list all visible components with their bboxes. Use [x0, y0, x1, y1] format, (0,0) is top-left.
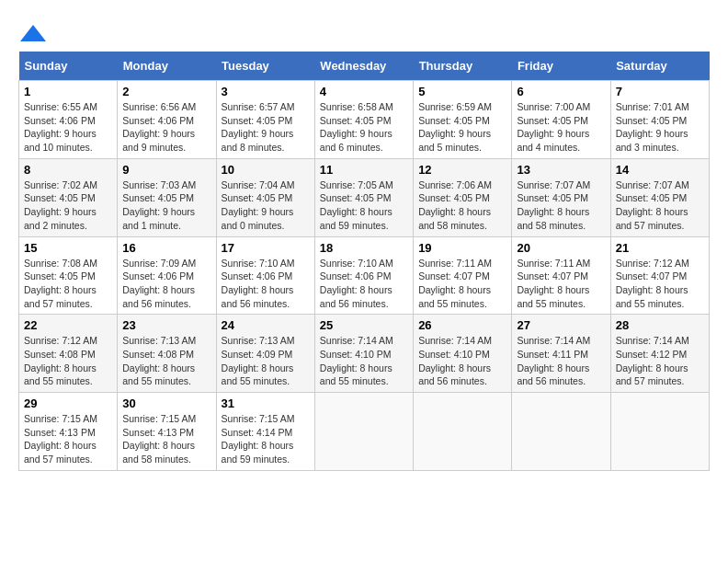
day-info: Sunrise: 6:57 AMSunset: 4:05 PMDaylight:… — [222, 101, 295, 153]
day-info: Sunrise: 7:13 AMSunset: 4:09 PMDaylight:… — [222, 335, 295, 386]
day-info: Sunrise: 7:11 AMSunset: 4:07 PMDaylight:… — [418, 258, 492, 309]
day-cell: 8Sunrise: 7:02 AMSunset: 4:05 PMDaylight… — [19, 158, 118, 236]
day-cell: 24Sunrise: 7:13 AMSunset: 4:09 PMDayligh… — [216, 315, 314, 393]
day-cell: 10Sunrise: 7:04 AMSunset: 4:05 PMDayligh… — [216, 158, 314, 236]
day-info: Sunrise: 7:15 AMSunset: 4:13 PMDaylight:… — [24, 413, 97, 465]
day-info: Sunrise: 7:15 AMSunset: 4:14 PMDaylight:… — [222, 413, 295, 465]
day-number: 1 — [24, 85, 112, 98]
day-info: Sunrise: 7:07 AMSunset: 4:05 PMDaylight:… — [616, 179, 689, 231]
day-info: Sunrise: 7:13 AMSunset: 4:08 PMDaylight:… — [122, 335, 196, 386]
day-info: Sunrise: 7:00 AMSunset: 4:05 PMDaylight:… — [517, 101, 590, 153]
day-info: Sunrise: 7:14 AMSunset: 4:10 PMDaylight:… — [320, 335, 393, 386]
day-cell: 31Sunrise: 7:15 AMSunset: 4:14 PMDayligh… — [216, 393, 314, 471]
day-cell: 26Sunrise: 7:14 AMSunset: 4:10 PMDayligh… — [414, 315, 512, 393]
day-info: Sunrise: 7:07 AMSunset: 4:05 PMDaylight:… — [517, 179, 590, 231]
day-number: 15 — [24, 241, 112, 255]
day-number: 22 — [24, 318, 112, 332]
day-header-tuesday: Tuesday — [216, 52, 314, 81]
day-cell: 2Sunrise: 6:56 AMSunset: 4:06 PMDaylight… — [118, 81, 216, 159]
day-cell: 29Sunrise: 7:15 AMSunset: 4:13 PMDayligh… — [19, 393, 118, 471]
day-number: 13 — [517, 163, 605, 177]
day-cell: 27Sunrise: 7:14 AMSunset: 4:11 PMDayligh… — [512, 315, 610, 393]
day-info: Sunrise: 7:06 AMSunset: 4:05 PMDaylight:… — [418, 179, 492, 231]
week-row-1: 1Sunrise: 6:55 AMSunset: 4:06 PMDaylight… — [19, 81, 710, 159]
day-number: 9 — [122, 163, 210, 177]
day-info: Sunrise: 7:05 AMSunset: 4:05 PMDaylight:… — [320, 179, 393, 231]
day-header-friday: Friday — [512, 52, 610, 81]
day-number: 16 — [122, 241, 210, 255]
day-number: 2 — [122, 85, 210, 98]
day-info: Sunrise: 6:58 AMSunset: 4:05 PMDaylight:… — [320, 101, 393, 153]
day-info: Sunrise: 7:11 AMSunset: 4:07 PMDaylight:… — [517, 258, 590, 309]
day-cell: 16Sunrise: 7:09 AMSunset: 4:06 PMDayligh… — [118, 236, 216, 315]
header — [18, 18, 710, 42]
day-number: 26 — [418, 318, 506, 332]
day-number: 27 — [517, 318, 605, 332]
day-cell: 22Sunrise: 7:12 AMSunset: 4:08 PMDayligh… — [19, 315, 118, 393]
day-cell: 25Sunrise: 7:14 AMSunset: 4:10 PMDayligh… — [314, 315, 413, 393]
day-number: 28 — [616, 318, 704, 332]
day-info: Sunrise: 7:14 AMSunset: 4:11 PMDaylight:… — [517, 335, 590, 386]
day-cell: 12Sunrise: 7:06 AMSunset: 4:05 PMDayligh… — [414, 158, 512, 236]
day-cell — [414, 393, 512, 471]
day-number: 10 — [222, 163, 310, 177]
day-cell: 1Sunrise: 6:55 AMSunset: 4:06 PMDaylight… — [19, 81, 118, 159]
day-cell: 6Sunrise: 7:00 AMSunset: 4:05 PMDaylight… — [512, 81, 610, 159]
day-cell: 30Sunrise: 7:15 AMSunset: 4:13 PMDayligh… — [118, 393, 216, 471]
day-cell: 5Sunrise: 6:59 AMSunset: 4:05 PMDaylight… — [414, 81, 512, 159]
day-cell — [610, 393, 709, 471]
calendar-table: SundayMondayTuesdayWednesdayThursdayFrid… — [18, 52, 710, 471]
day-cell: 19Sunrise: 7:11 AMSunset: 4:07 PMDayligh… — [414, 236, 512, 315]
day-cell: 21Sunrise: 7:12 AMSunset: 4:07 PMDayligh… — [610, 236, 709, 315]
day-cell: 17Sunrise: 7:10 AMSunset: 4:06 PMDayligh… — [216, 236, 314, 315]
day-cell — [314, 393, 413, 471]
svg-marker-0 — [20, 25, 46, 41]
day-cell: 18Sunrise: 7:10 AMSunset: 4:06 PMDayligh… — [314, 236, 413, 315]
day-cell: 23Sunrise: 7:13 AMSunset: 4:08 PMDayligh… — [118, 315, 216, 393]
day-number: 19 — [418, 241, 506, 255]
day-info: Sunrise: 7:10 AMSunset: 4:06 PMDaylight:… — [320, 258, 393, 309]
day-header-thursday: Thursday — [414, 52, 512, 81]
logo — [18, 18, 46, 42]
day-cell: 9Sunrise: 7:03 AMSunset: 4:05 PMDaylight… — [118, 158, 216, 236]
logo-icon — [20, 25, 46, 41]
day-info: Sunrise: 7:04 AMSunset: 4:05 PMDaylight:… — [222, 179, 295, 231]
day-number: 23 — [122, 318, 210, 332]
day-info: Sunrise: 7:12 AMSunset: 4:07 PMDaylight:… — [616, 258, 689, 309]
day-number: 21 — [616, 241, 704, 255]
day-info: Sunrise: 6:59 AMSunset: 4:05 PMDaylight:… — [418, 101, 492, 153]
week-row-2: 8Sunrise: 7:02 AMSunset: 4:05 PMDaylight… — [19, 158, 710, 236]
week-row-3: 15Sunrise: 7:08 AMSunset: 4:05 PMDayligh… — [19, 236, 710, 315]
day-cell: 14Sunrise: 7:07 AMSunset: 4:05 PMDayligh… — [610, 158, 709, 236]
day-info: Sunrise: 7:14 AMSunset: 4:10 PMDaylight:… — [418, 335, 492, 386]
day-cell: 7Sunrise: 7:01 AMSunset: 4:05 PMDaylight… — [610, 81, 709, 159]
day-cell: 13Sunrise: 7:07 AMSunset: 4:05 PMDayligh… — [512, 158, 610, 236]
day-header-monday: Monday — [118, 52, 216, 81]
day-info: Sunrise: 7:15 AMSunset: 4:13 PMDaylight:… — [122, 413, 196, 465]
day-cell: 20Sunrise: 7:11 AMSunset: 4:07 PMDayligh… — [512, 236, 610, 315]
week-row-4: 22Sunrise: 7:12 AMSunset: 4:08 PMDayligh… — [19, 315, 710, 393]
day-number: 7 — [616, 85, 704, 98]
day-number: 20 — [517, 241, 605, 255]
header-row: SundayMondayTuesdayWednesdayThursdayFrid… — [19, 52, 710, 81]
day-cell: 28Sunrise: 7:14 AMSunset: 4:12 PMDayligh… — [610, 315, 709, 393]
day-cell: 3Sunrise: 6:57 AMSunset: 4:05 PMDaylight… — [216, 81, 314, 159]
day-number: 29 — [24, 396, 112, 410]
day-number: 8 — [24, 163, 112, 177]
week-row-5: 29Sunrise: 7:15 AMSunset: 4:13 PMDayligh… — [19, 393, 710, 471]
day-info: Sunrise: 6:56 AMSunset: 4:06 PMDaylight:… — [122, 101, 196, 153]
day-number: 24 — [222, 318, 310, 332]
day-number: 5 — [418, 85, 506, 98]
day-cell: 15Sunrise: 7:08 AMSunset: 4:05 PMDayligh… — [19, 236, 118, 315]
day-info: Sunrise: 7:02 AMSunset: 4:05 PMDaylight:… — [24, 179, 97, 231]
day-cell: 4Sunrise: 6:58 AMSunset: 4:05 PMDaylight… — [314, 81, 413, 159]
day-cell — [512, 393, 610, 471]
day-number: 30 — [122, 396, 210, 410]
day-info: Sunrise: 7:08 AMSunset: 4:05 PMDaylight:… — [24, 258, 97, 309]
day-header-sunday: Sunday — [19, 52, 118, 81]
day-info: Sunrise: 6:55 AMSunset: 4:06 PMDaylight:… — [24, 101, 97, 153]
day-number: 14 — [616, 163, 704, 177]
day-number: 17 — [222, 241, 310, 255]
day-number: 31 — [222, 396, 310, 410]
day-number: 25 — [320, 318, 408, 332]
